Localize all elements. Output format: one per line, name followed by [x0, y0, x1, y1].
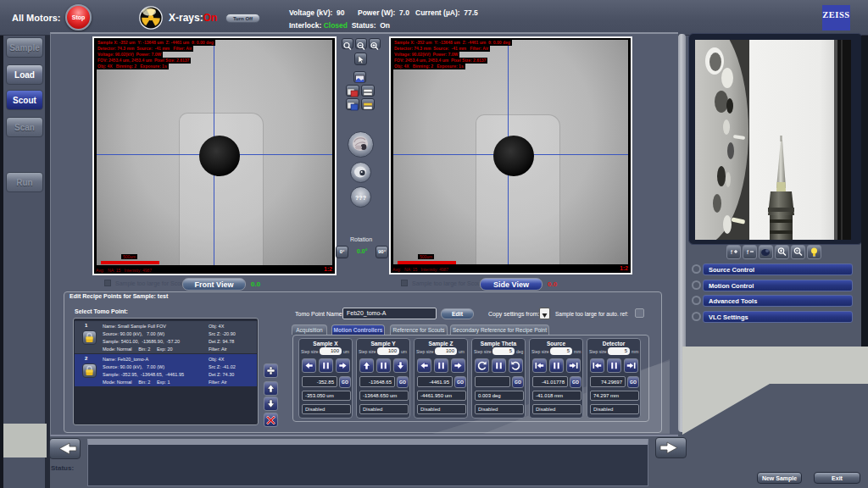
svg-text:f: f [731, 249, 732, 255]
svg-text:???: ??? [355, 195, 366, 201]
svg-text:f: f [747, 249, 748, 255]
